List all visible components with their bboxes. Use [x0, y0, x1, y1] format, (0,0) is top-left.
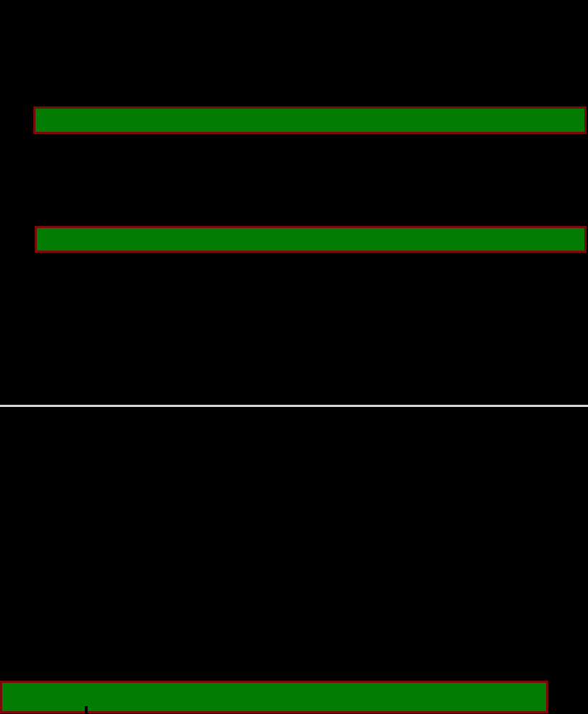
section-separator-line — [0, 405, 588, 407]
highlight-box-fib-static-routes — [0, 681, 548, 713]
highlight-box-static-route-1-1-2-0 — [35, 226, 587, 253]
terminal-cursor — [85, 706, 88, 714]
terminal-screenshot — [0, 0, 588, 714]
highlight-box-default-static-route — [33, 106, 587, 134]
